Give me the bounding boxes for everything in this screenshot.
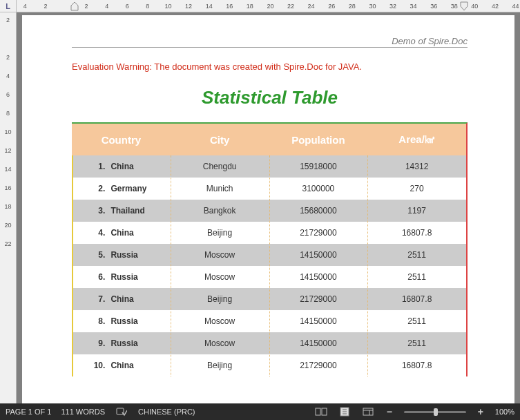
status-words[interactable]: 111 WORDS — [61, 408, 105, 416]
vertical-ruler[interactable]: 2246810121416182022 — [0, 12, 17, 403]
cell-area: 2511 — [367, 272, 466, 282]
ruler-tick: 44 — [511, 3, 520, 10]
ruler-tick: 32 — [389, 3, 398, 10]
cell-city: Beijing — [171, 294, 269, 304]
ruler-tick: 18 — [4, 203, 11, 210]
cell-country: 4.China — [72, 228, 171, 238]
cell-area: 270 — [367, 184, 466, 193]
status-language[interactable]: CHINESE (PRC) — [138, 408, 195, 416]
ruler-tick: 12 — [4, 147, 11, 154]
ruler-tick: 2 — [6, 54, 10, 61]
cell-city: Bangkok — [171, 206, 269, 216]
horizontal-ruler[interactable]: L 42246810121416182022242628303234363840… — [17, 0, 520, 12]
indent-marker-right[interactable] — [460, 1, 468, 11]
cell-area: 16807.8 — [367, 361, 466, 370]
cell-country: 1.China — [72, 162, 171, 171]
cell-country: 2.Germany — [72, 184, 171, 193]
th-area: Area/㎢ — [367, 133, 466, 146]
cell-population: 3100000 — [269, 184, 368, 193]
svg-rect-7 — [363, 408, 373, 415]
zoom-slider-thumb[interactable] — [434, 408, 438, 416]
cell-city: Beijing — [171, 361, 269, 370]
indent-marker-left[interactable] — [70, 1, 79, 11]
ruler-tick: 30 — [368, 3, 377, 10]
cell-city: Moscow — [171, 316, 269, 326]
cell-population: 14150000 — [269, 250, 368, 260]
ruler-tick: 34 — [409, 3, 418, 10]
cell-country: 7.China — [72, 294, 171, 304]
status-bar: PAGE 1 OF 1 111 WORDS CHINESE (PRC) − + … — [0, 403, 520, 420]
ruler-tick: 42 — [491, 3, 500, 10]
cell-population: 21729000 — [269, 294, 368, 304]
spellcheck-icon[interactable] — [115, 406, 128, 417]
cell-area: 14312 — [367, 162, 466, 171]
page[interactable]: Demo of Spire.Doc Evaluation Warning: Th… — [22, 15, 514, 403]
ruler-tick: 26 — [327, 3, 336, 10]
ruler-tick: 38 — [450, 3, 459, 10]
ruler-tick: 10 — [164, 3, 173, 10]
ruler-tick: 10 — [4, 128, 11, 135]
cell-area: 2511 — [367, 250, 466, 260]
cell-population: 21729000 — [269, 361, 368, 370]
cell-city: Moscow — [171, 338, 269, 348]
print-layout-icon[interactable] — [338, 406, 352, 417]
cell-area: 1197 — [367, 206, 466, 216]
evaluation-warning: Evaluation Warning: The document was cre… — [72, 61, 468, 72]
ruler-tick: 8 — [144, 3, 153, 10]
document-title: Statistical Table — [72, 87, 468, 108]
ruler-tick: 6 — [6, 91, 10, 98]
ruler-tick: 14 — [204, 3, 213, 10]
cell-city: Chengdu — [171, 162, 269, 171]
cell-city: Munich — [171, 184, 269, 193]
table-header: Country City Population Area/㎢ — [72, 124, 466, 155]
cell-country: 8.Russia — [72, 316, 171, 326]
th-population: Population — [269, 134, 368, 146]
zoom-in-button[interactable]: + — [476, 406, 485, 417]
cell-country: 9.Russia — [72, 338, 171, 348]
zoom-level[interactable]: 100% — [495, 408, 514, 416]
read-mode-icon[interactable] — [314, 406, 328, 417]
ruler-tick: 20 — [266, 3, 275, 10]
cell-area: 2511 — [367, 338, 466, 348]
cell-city: Moscow — [171, 250, 269, 260]
ruler-tick: 4 — [21, 3, 30, 10]
document-canvas[interactable]: Demo of Spire.Doc Evaluation Warning: Th… — [17, 12, 520, 403]
th-country: Country — [72, 134, 171, 146]
cell-population: 14150000 — [269, 272, 368, 282]
ruler-tick: 24 — [307, 3, 316, 10]
cell-population: 15680000 — [269, 206, 368, 216]
ruler-tick: 20 — [4, 222, 11, 229]
cell-area: 16807.8 — [367, 294, 466, 304]
ruler-tick: 22 — [4, 240, 11, 247]
status-page[interactable]: PAGE 1 OF 1 — [6, 408, 51, 416]
ruler-tick: 16 — [225, 3, 234, 10]
cell-population: 14150000 — [269, 316, 368, 326]
ruler-tick: 22 — [287, 3, 296, 10]
ruler-tick: 2 — [6, 17, 10, 23]
ruler-tick: 4 — [6, 73, 10, 79]
zoom-slider[interactable] — [404, 411, 466, 413]
cell-population: 21729000 — [269, 228, 368, 238]
cell-country: 5.Russia — [72, 250, 171, 260]
cell-country: 6.Russia — [72, 272, 171, 282]
ruler-tick: 16 — [4, 184, 11, 191]
zoom-out-button[interactable]: − — [385, 406, 394, 417]
cell-population: 15918000 — [269, 162, 368, 171]
ruler-tick: 6 — [123, 3, 132, 10]
ruler-tick: 8 — [6, 110, 10, 117]
cell-area: 2511 — [367, 316, 466, 326]
header-text: Demo of Spire.Doc — [72, 36, 468, 48]
ruler-tick: 2 — [41, 3, 50, 10]
ruler-tick: 2 — [82, 3, 91, 10]
ruler-tick: 28 — [348, 3, 357, 10]
ruler-tick: 18 — [246, 3, 255, 10]
ruler-tick: 4 — [102, 3, 111, 10]
ruler-corner: L — [0, 0, 17, 12]
ruler-tick: 40 — [470, 3, 479, 10]
cell-population: 14150000 — [269, 338, 368, 348]
svg-rect-2 — [322, 408, 327, 415]
cell-country: 10.China — [72, 361, 171, 370]
th-city: City — [171, 134, 269, 146]
web-layout-icon[interactable] — [361, 406, 375, 417]
cell-country: 3.Thailand — [72, 206, 171, 216]
